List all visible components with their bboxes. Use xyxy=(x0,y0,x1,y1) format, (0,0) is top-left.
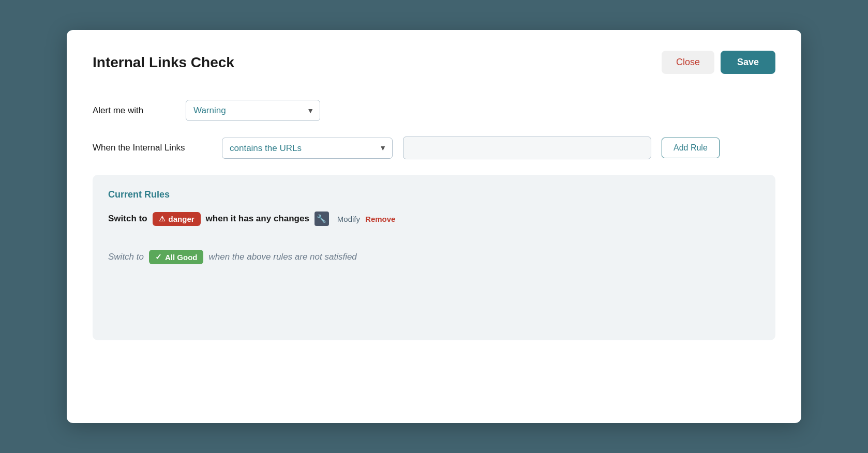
modal-title: Internal Links Check xyxy=(93,54,234,71)
alert-row: Alert me with Warning Danger Info ▼ xyxy=(93,100,775,121)
rule-prefix: Switch to xyxy=(108,214,147,224)
danger-badge-label: danger xyxy=(169,215,194,223)
condition-select[interactable]: contains the URLs does not contain the U… xyxy=(222,138,393,159)
warning-triangle-icon: ⚠ xyxy=(159,215,166,223)
modify-button[interactable]: Modify xyxy=(337,215,360,223)
rule-row: Switch to ⚠ danger when it has any chang… xyxy=(108,212,760,226)
footer-suffix: when the above rules are not satisfied xyxy=(208,252,356,262)
condition-label: When the Internal Links xyxy=(93,143,212,153)
modal-dialog: Internal Links Check Close Save Alert me… xyxy=(67,30,801,423)
footer-rule: Switch to ✓ All Good when the above rule… xyxy=(108,234,760,264)
header-buttons: Close Save xyxy=(662,51,775,74)
checkmark-icon: ✓ xyxy=(155,252,162,262)
current-rules-section: Current Rules Switch to ⚠ danger when it… xyxy=(93,175,775,340)
allgood-badge: ✓ All Good xyxy=(149,250,204,264)
alert-select-wrapper: Warning Danger Info ▼ xyxy=(186,100,320,121)
remove-button[interactable]: Remove xyxy=(365,215,395,223)
allgood-badge-label: All Good xyxy=(165,253,198,262)
add-rule-button[interactable]: Add Rule xyxy=(662,138,720,158)
alert-label: Alert me with xyxy=(93,105,175,116)
close-button[interactable]: Close xyxy=(662,51,714,74)
danger-badge: ⚠ danger xyxy=(153,212,201,226)
save-button[interactable]: Save xyxy=(721,51,775,74)
condition-select-wrapper: contains the URLs does not contain the U… xyxy=(222,138,393,159)
condition-value-input[interactable] xyxy=(403,137,651,159)
footer-prefix: Switch to xyxy=(108,252,144,262)
alert-select[interactable]: Warning Danger Info xyxy=(186,100,320,121)
current-rules-title: Current Rules xyxy=(108,189,760,200)
rule-suffix: when it has any changes xyxy=(206,214,309,224)
condition-row: When the Internal Links contains the URL… xyxy=(93,137,775,159)
modal-header: Internal Links Check Close Save xyxy=(93,51,775,74)
modify-wrench-icon: 🔧 xyxy=(315,212,329,226)
